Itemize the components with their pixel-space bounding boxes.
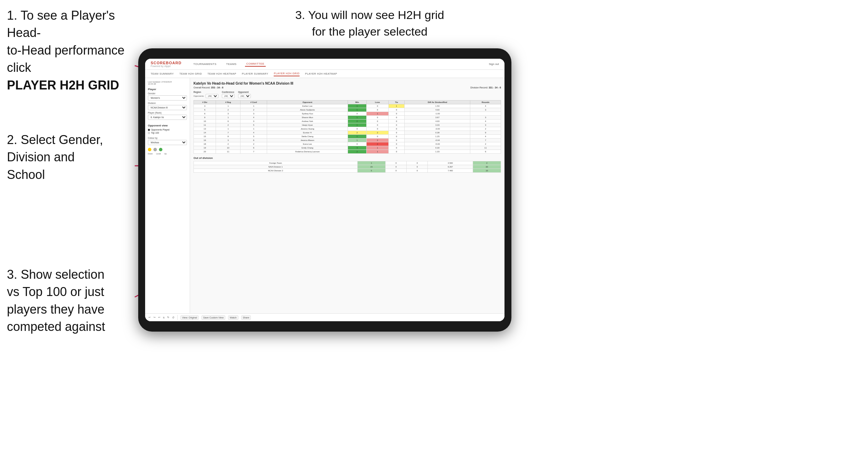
table-row: 20 11 7 Federica Domecq Lacroze 2 1 0 1.… bbox=[194, 150, 501, 154]
table-row: 16 3 6 Jessica Mason 1 2 0 -0.94 7 bbox=[194, 139, 501, 142]
colour-by-label: Colour by bbox=[148, 137, 187, 139]
radio-opponents-played[interactable]: Opponents Played bbox=[148, 128, 187, 131]
filter-opponent-select[interactable]: (All) bbox=[238, 94, 251, 98]
filter-opponent: Opponent (All) bbox=[238, 91, 251, 98]
redo-icon[interactable]: ↪ bbox=[153, 316, 155, 319]
colour-dot-level bbox=[153, 148, 157, 151]
table-row: 9 1 4 Sharon Mun 1 0 0 3.67 3 bbox=[194, 116, 501, 120]
instruction-step2: 2. Select Gender, Division and School bbox=[7, 131, 124, 183]
table-row: 19 10 6 Emily Chang 4 1 0 0.30 11 bbox=[194, 146, 501, 150]
refresh-icon[interactable]: ↻ bbox=[167, 316, 169, 319]
colour-dots bbox=[148, 148, 187, 151]
player-rank-label: Player (Rank) bbox=[148, 112, 187, 114]
gender-label: Gender bbox=[148, 92, 187, 95]
ood-table-row: Foreign Team 1 0 0 4.500 2 bbox=[194, 161, 501, 165]
table-row: 13 1 1 Jessica Huang 0 0 0 -3.00 2 bbox=[194, 127, 501, 131]
ood-table-row: NAIA Division 1 15 0 0 9.267 30 bbox=[194, 165, 501, 169]
sub-nav-team-h2h-grid[interactable]: TEAM H2H GRID bbox=[179, 72, 202, 76]
colour-labels: Down Level Up bbox=[148, 153, 187, 155]
division-label: Division bbox=[148, 102, 187, 104]
col-diff: Diff Av Strokes/Rnd bbox=[405, 101, 470, 104]
radio-top100-dot bbox=[148, 132, 150, 134]
ipad-device: SCOREBOARD Powered by clippd TOURNAMENTS… bbox=[138, 48, 511, 332]
table-row: 14 7 4 Eunice Yi 2 2 0 0.38 9 bbox=[194, 131, 501, 135]
h2h-table: # Div # Reg # Conf Opponent Win Loss Tie… bbox=[194, 100, 501, 154]
sub-nav-player-h2h-heatmap[interactable]: PLAYER H2H HEATMAP bbox=[305, 72, 337, 76]
colour-section: Colour by Win/loss Down Level Up bbox=[148, 137, 187, 155]
sub-nav-player-h2h-grid[interactable]: PLAYER H2H GRID bbox=[274, 71, 299, 76]
table-row: 6 3 3 Sydney Kuo 0 1 0 -1.00 bbox=[194, 112, 501, 116]
col-loss: Loss bbox=[367, 101, 388, 104]
toolbar-divider bbox=[177, 315, 178, 320]
clock-icon[interactable]: ⏱ bbox=[172, 316, 174, 319]
copy-icon[interactable]: ⎘ bbox=[163, 316, 164, 319]
sign-out[interactable]: Sign out bbox=[489, 63, 499, 66]
out-of-division-table: Foreign Team 1 0 0 4.500 2 NAIA Division… bbox=[194, 161, 501, 173]
colour-dot-down bbox=[148, 148, 151, 151]
colour-dot-up bbox=[159, 148, 162, 151]
division-select[interactable]: NCAA Division III bbox=[148, 105, 187, 110]
ood-table-row: NCAA Division 2 5 0 0 7.400 10 bbox=[194, 169, 501, 173]
nav-teams[interactable]: TEAMS bbox=[225, 62, 238, 66]
table-row: 15 8 5 Stella Cheng 1 0 0 1.25 4 bbox=[194, 135, 501, 139]
table-row: 11 2 5 Heejo Hyun 1 0 0 3.33 3 bbox=[194, 123, 501, 127]
radio-top100[interactable]: Top 100 bbox=[148, 132, 187, 134]
col-tie: Tie bbox=[388, 101, 405, 104]
nav-committee[interactable]: COMMITTEE bbox=[245, 61, 266, 67]
share-btn[interactable]: Share bbox=[241, 315, 251, 320]
col-opponent: Opponent bbox=[267, 101, 348, 104]
view-original-btn[interactable]: View: Original bbox=[180, 315, 199, 320]
gender-select[interactable]: Women's bbox=[148, 95, 187, 101]
save-custom-btn[interactable]: Save Custom View bbox=[201, 315, 225, 320]
out-of-division-title: Out of division bbox=[194, 156, 501, 160]
sub-nav: TEAM SUMMARY TEAM H2H GRID TEAM H2H HEAT… bbox=[145, 70, 504, 78]
player-rank-select[interactable]: 8. Katelyn Vo bbox=[148, 115, 187, 120]
nav-tournaments[interactable]: TOURNAMENTS bbox=[192, 62, 218, 66]
radio-opponents-played-dot bbox=[148, 129, 150, 131]
grid-title: Katelyn Vo Head-to-Head Grid for Women's… bbox=[194, 82, 501, 85]
sub-nav-team-summary[interactable]: TEAM SUMMARY bbox=[151, 72, 174, 76]
col-rounds: Rounds bbox=[470, 101, 501, 104]
filter-region-select[interactable]: (All) bbox=[206, 94, 218, 98]
col-reg: # Reg bbox=[216, 101, 240, 104]
watch-btn[interactable]: Watch bbox=[228, 315, 238, 320]
player-section-title: Player bbox=[148, 88, 187, 91]
nav-bar: SCOREBOARD Powered by clippd TOURNAMENTS… bbox=[145, 59, 504, 70]
opponent-view-title: Opponent view bbox=[148, 124, 187, 127]
filter-conference: Conference (All) bbox=[222, 91, 235, 98]
main-content: Last Updated: 27/03/2024 16:55:38 Player… bbox=[145, 78, 504, 313]
record-row: Overall Record: 353 - 34 - 6 Division Re… bbox=[194, 86, 501, 89]
left-panel: Last Updated: 27/03/2024 16:55:38 Player… bbox=[145, 78, 190, 313]
filter-section: Region Opponents: (All) Conference ( bbox=[194, 91, 501, 98]
filter-conference-select[interactable]: (All) bbox=[222, 94, 235, 98]
col-div: # Div bbox=[194, 101, 216, 104]
col-conf: # Conf bbox=[240, 101, 267, 104]
undo2-icon[interactable]: ↩ bbox=[158, 316, 160, 319]
sub-nav-team-h2h-heatmap[interactable]: TEAM H2H HEATMAP bbox=[207, 72, 236, 76]
undo-icon[interactable]: ↩ bbox=[149, 316, 151, 319]
ipad-screen: SCOREBOARD Powered by clippd TOURNAMENTS… bbox=[145, 59, 504, 321]
table-row: 5 2 2 Alexis Sudjianto 1 0 0 4.00 3 bbox=[194, 108, 501, 112]
bottom-toolbar: ↩ ↪ ↩ ⎘ ↻ ⏱ View: Original Save Custom V… bbox=[145, 313, 504, 321]
instruction-step3-top: 3. You will now see H2H grid for the pla… bbox=[283, 7, 456, 40]
table-row: 18 2 2 Euna Lee 0 2 0 -5.00 2 bbox=[194, 142, 501, 146]
colour-by-select[interactable]: Win/loss bbox=[148, 140, 187, 145]
instruction-step3-bottom: 3. Show selection vs Top 100 or just pla… bbox=[7, 266, 131, 336]
filter-region: Region Opponents: (All) bbox=[194, 91, 218, 98]
instruction-step1: 1. To see a Player's Head- to-Head perfo… bbox=[7, 7, 138, 94]
sub-nav-player-summary[interactable]: PLAYER SUMMARY bbox=[242, 72, 268, 76]
table-row: 3 1 1 Esther Lee 1 0 1 1.50 4 bbox=[194, 104, 501, 108]
right-panel: Katelyn Vo Head-to-Head Grid for Women's… bbox=[190, 78, 504, 313]
timestamp: Last Updated: 27/03/2024 16:55:38 bbox=[148, 81, 187, 85]
table-row: 10 6 3 Andrea York 2 0 0 4.00 4 bbox=[194, 120, 501, 123]
col-win: Win bbox=[348, 101, 366, 104]
logo: SCOREBOARD Powered by clippd bbox=[151, 61, 181, 67]
